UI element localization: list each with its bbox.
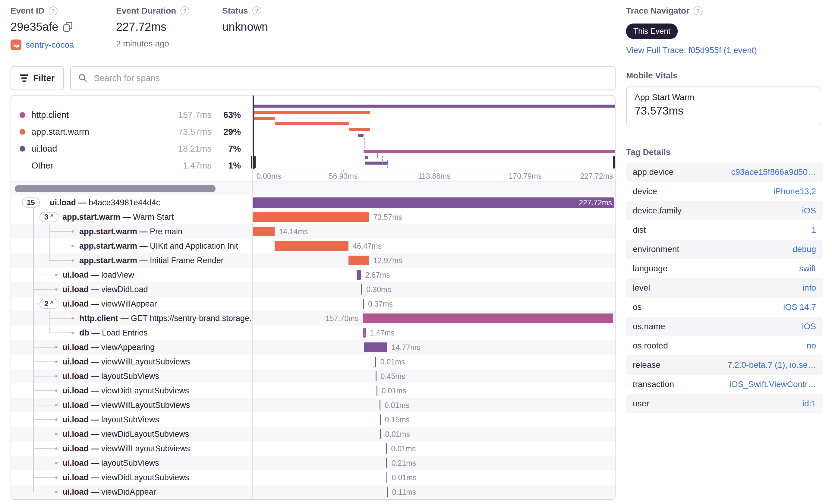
tag-value-link[interactable]: iOS <box>802 206 816 215</box>
span-bar-tick[interactable] <box>386 458 387 468</box>
help-icon[interactable]: ? <box>49 6 58 16</box>
tag-value-link[interactable]: id:1 <box>803 399 816 408</box>
tag-value-link[interactable]: swift <box>799 264 816 273</box>
chevron-up-icon: ^ <box>50 213 54 220</box>
span-bar-tick[interactable] <box>386 444 387 454</box>
span-bar-tick[interactable] <box>380 415 381 425</box>
span-row[interactable]: ui.load — layoutSubViews0.15ms <box>11 413 616 427</box>
tag-key: environment <box>633 244 679 254</box>
tag-value-link[interactable]: c93ace15f866a9d50… <box>731 167 816 177</box>
span-row[interactable]: 2^ui.load — viewWillAppear0.37ms <box>11 297 616 311</box>
span-row[interactable]: ui.load — viewDidLayoutSubviews0.01ms <box>11 383 616 398</box>
help-icon[interactable]: ? <box>694 6 703 16</box>
status-block: Status ? unknown — <box>222 6 268 49</box>
span-row-bar-cell: 14.14ms <box>252 224 616 239</box>
span-count-badge[interactable]: 3^ <box>40 212 58 222</box>
minimap-left-grip[interactable] <box>251 156 256 168</box>
span-bar-tick[interactable] <box>375 371 376 381</box>
span-row[interactable]: app.start.warm — Initial Frame Render12.… <box>11 253 616 268</box>
tag-value-link[interactable]: iOS 14.7 <box>783 302 816 312</box>
tree-connector-dot <box>55 462 58 464</box>
span-op: ui.load — <box>62 401 101 410</box>
span-bar[interactable] <box>252 227 275 236</box>
span-bar[interactable] <box>363 328 366 338</box>
span-row[interactable]: 15ui.load — b4ace34981e44d4c227.72ms <box>11 195 616 210</box>
span-bar[interactable] <box>252 212 369 222</box>
span-bar[interactable] <box>357 270 361 280</box>
tag-value-link[interactable]: debug <box>792 244 816 254</box>
span-bar-tick[interactable] <box>361 284 362 294</box>
tree-connector-dot <box>72 245 74 247</box>
span-row[interactable]: ui.load — viewWillLayoutSubviews0.01ms <box>11 441 616 456</box>
span-count-badge[interactable]: 15 <box>22 197 40 208</box>
span-row[interactable]: ui.load — viewWillLayoutSubviews0.01ms <box>11 354 616 369</box>
span-description: ui.load — viewDidLayoutSubviews <box>62 470 189 485</box>
span-row[interactable]: ui.load — loadView2.67ms <box>11 268 616 282</box>
span-bar[interactable] <box>348 256 369 265</box>
view-full-trace-link[interactable]: View Full Trace: f05d955f (1 event) <box>626 46 823 55</box>
span-bar[interactable] <box>363 314 613 323</box>
span-description: app.start.warm — Initial Frame Render <box>79 253 224 268</box>
tag-value-link[interactable]: iOS_Swift.ViewContr… <box>729 379 816 389</box>
copy-icon[interactable] <box>63 22 72 32</box>
tag-value-link[interactable]: no <box>807 341 816 350</box>
tag-value-link[interactable]: iOS <box>802 322 816 331</box>
tag-value-link[interactable]: iPhone13,2 <box>773 187 816 196</box>
span-duration-label: 0.01ms <box>385 398 409 413</box>
span-row[interactable]: 3^app.start.warm — Warm Start73.57ms <box>11 210 616 224</box>
tree-connector <box>49 333 73 333</box>
scrollbar-thumb[interactable] <box>15 185 215 192</box>
span-row[interactable]: ui.load — layoutSubViews0.45ms <box>11 369 616 383</box>
span-row-bar-cell: 0.37ms <box>252 297 616 311</box>
span-bar-tick[interactable] <box>387 487 388 497</box>
span-duration-label: 0.01ms <box>392 470 416 485</box>
span-row[interactable]: ui.load — viewAppearing14.77ms <box>11 340 616 354</box>
legend-op-label: http.client <box>31 110 69 120</box>
minimap-span-bar <box>365 162 388 165</box>
span-row[interactable]: app.start.warm — UIKit and Application I… <box>11 239 616 253</box>
tag-value-link[interactable]: 7.2.0-beta.7 (1), io.se… <box>727 360 816 370</box>
span-bar-tick[interactable] <box>387 472 387 483</box>
span-bar[interactable] <box>364 342 387 352</box>
span-bar[interactable] <box>252 197 614 208</box>
legend-percent: 7% <box>228 144 241 154</box>
tag-value-link[interactable]: 1 <box>811 225 816 235</box>
span-bar-tick[interactable] <box>380 429 381 439</box>
filter-button[interactable]: Filter <box>10 66 64 90</box>
span-row[interactable]: ui.load — viewDidAppear0.11ms <box>11 485 616 499</box>
tree-guide-line <box>33 208 34 492</box>
span-row-label-cell: app.start.warm — Initial Frame Render <box>11 253 252 268</box>
mobile-vitals-card[interactable]: App Start Warm 73.573ms <box>626 86 820 126</box>
span-row[interactable]: ui.load — viewDidLayoutSubviews0.01ms <box>11 470 616 485</box>
span-row[interactable]: http.client — GET https://sentry-brand.s… <box>11 311 616 325</box>
span-bar-tick[interactable] <box>375 356 376 367</box>
help-icon[interactable]: ? <box>252 6 261 16</box>
span-bar-tick[interactable] <box>376 386 378 396</box>
legend-item[interactable]: Other1.47ms1% <box>11 159 252 172</box>
span-row[interactable]: app.start.warm — Pre main14.14ms <box>11 224 616 239</box>
span-bar-tick[interactable] <box>380 400 381 410</box>
span-description: ui.load — loadView <box>62 268 134 282</box>
span-desc-text: layoutSubViews <box>101 372 159 381</box>
project-link[interactable]: sentry-cocoa <box>26 40 74 50</box>
tag-value-link[interactable]: info <box>803 283 816 293</box>
span-bar-tick[interactable] <box>363 299 364 309</box>
trace-minimap[interactable] <box>252 96 616 169</box>
panel-divider[interactable] <box>252 96 253 499</box>
legend-item[interactable]: http.client157.7ms63% <box>11 108 252 122</box>
minimap-right-grip[interactable] <box>613 156 616 168</box>
legend-item[interactable]: app.start.warm73.57ms29% <box>11 125 252 138</box>
span-search[interactable] <box>70 66 616 90</box>
span-bar[interactable] <box>275 241 348 251</box>
span-row[interactable]: ui.load — layoutSubViews0.21ms <box>11 456 616 470</box>
tag-key: user <box>633 399 649 408</box>
search-input[interactable] <box>93 73 608 83</box>
tag-key: transaction <box>633 379 674 389</box>
span-row[interactable]: db — Load Entries1.47ms <box>11 325 616 340</box>
span-row[interactable]: ui.load — viewWillLayoutSubviews0.01ms <box>11 398 616 413</box>
span-row[interactable]: ui.load — viewDidLayoutSubviews0.01ms <box>11 427 616 441</box>
span-count-badge[interactable]: 2^ <box>40 299 58 309</box>
span-row[interactable]: ui.load — viewDidLoad0.30ms <box>11 282 616 297</box>
help-icon[interactable]: ? <box>180 6 189 16</box>
legend-item[interactable]: ui.load18.21ms7% <box>11 142 252 155</box>
